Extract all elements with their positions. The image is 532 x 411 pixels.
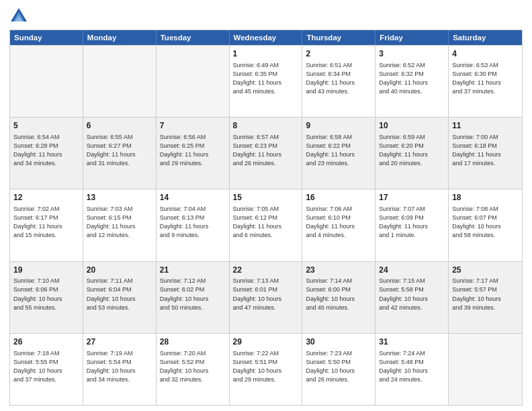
day-info: Sunrise: 7:05 AM Sunset: 6:12 PM Dayligh… xyxy=(233,205,299,240)
calendar-cell: 8Sunrise: 6:57 AM Sunset: 6:23 PM Daylig… xyxy=(230,118,303,189)
day-info: Sunrise: 6:52 AM Sunset: 6:32 PM Dayligh… xyxy=(379,61,445,96)
day-info: Sunrise: 7:12 AM Sunset: 6:02 PM Dayligh… xyxy=(160,277,226,312)
day-number: 29 xyxy=(233,336,299,348)
day-number: 4 xyxy=(452,48,519,60)
day-number: 21 xyxy=(160,265,226,276)
day-number: 11 xyxy=(452,120,519,132)
day-info: Sunrise: 7:13 AM Sunset: 6:01 PM Dayligh… xyxy=(233,277,299,312)
calendar-cell: 16Sunrise: 7:06 AM Sunset: 6:10 PM Dayli… xyxy=(302,189,375,261)
day-number: 18 xyxy=(452,192,519,203)
day-number: 24 xyxy=(379,265,445,276)
day-number: 30 xyxy=(306,336,371,348)
day-number: 5 xyxy=(13,120,79,132)
calendar-cell: 26Sunrise: 7:18 AM Sunset: 5:55 PM Dayli… xyxy=(10,334,83,405)
calendar-cell: 11Sunrise: 7:00 AM Sunset: 6:18 PM Dayli… xyxy=(449,118,522,189)
calendar-cell: 12Sunrise: 7:02 AM Sunset: 6:17 PM Dayli… xyxy=(10,189,83,261)
calendar-cell xyxy=(83,46,157,117)
day-number: 6 xyxy=(87,120,152,132)
calendar-cell: 6Sunrise: 6:55 AM Sunset: 6:27 PM Daylig… xyxy=(83,118,157,189)
day-number: 31 xyxy=(379,336,445,348)
calendar-header-cell: Sunday xyxy=(10,30,83,45)
day-number: 1 xyxy=(233,48,299,60)
calendar-cell: 15Sunrise: 7:05 AM Sunset: 6:12 PM Dayli… xyxy=(230,189,303,261)
day-info: Sunrise: 6:57 AM Sunset: 6:23 PM Dayligh… xyxy=(233,133,299,168)
calendar-cell: 30Sunrise: 7:23 AM Sunset: 5:50 PM Dayli… xyxy=(302,334,375,405)
calendar-cell: 7Sunrise: 6:56 AM Sunset: 6:25 PM Daylig… xyxy=(157,118,230,189)
calendar-cell xyxy=(449,334,522,405)
calendar-week: 1Sunrise: 6:49 AM Sunset: 6:35 PM Daylig… xyxy=(10,45,522,117)
day-number: 28 xyxy=(160,336,226,348)
calendar-cell: 21Sunrise: 7:12 AM Sunset: 6:02 PM Dayli… xyxy=(157,262,230,333)
day-number: 26 xyxy=(13,336,79,348)
day-info: Sunrise: 7:17 AM Sunset: 5:57 PM Dayligh… xyxy=(452,277,519,312)
day-info: Sunrise: 6:55 AM Sunset: 6:27 PM Dayligh… xyxy=(87,133,152,168)
calendar-week: 12Sunrise: 7:02 AM Sunset: 6:17 PM Dayli… xyxy=(10,189,522,261)
calendar-cell: 1Sunrise: 6:49 AM Sunset: 6:35 PM Daylig… xyxy=(230,46,303,117)
page-header xyxy=(9,7,523,26)
calendar-cell: 22Sunrise: 7:13 AM Sunset: 6:01 PM Dayli… xyxy=(230,262,303,333)
calendar-cell: 19Sunrise: 7:10 AM Sunset: 6:06 PM Dayli… xyxy=(10,262,83,333)
day-info: Sunrise: 7:08 AM Sunset: 6:07 PM Dayligh… xyxy=(452,205,519,240)
calendar-header: SundayMondayTuesdayWednesdayThursdayFrid… xyxy=(10,30,522,45)
calendar-header-cell: Saturday xyxy=(449,30,522,45)
day-info: Sunrise: 6:54 AM Sunset: 6:28 PM Dayligh… xyxy=(13,133,79,168)
day-number: 10 xyxy=(379,120,445,132)
calendar-cell: 20Sunrise: 7:11 AM Sunset: 6:04 PM Dayli… xyxy=(83,262,157,333)
calendar-cell: 10Sunrise: 6:59 AM Sunset: 6:20 PM Dayli… xyxy=(375,118,449,189)
calendar-cell: 24Sunrise: 7:15 AM Sunset: 5:58 PM Dayli… xyxy=(375,262,449,333)
day-info: Sunrise: 6:53 AM Sunset: 6:30 PM Dayligh… xyxy=(452,61,519,96)
calendar-cell: 4Sunrise: 6:53 AM Sunset: 6:30 PM Daylig… xyxy=(449,46,522,117)
day-info: Sunrise: 7:10 AM Sunset: 6:06 PM Dayligh… xyxy=(13,277,79,312)
day-info: Sunrise: 6:49 AM Sunset: 6:35 PM Dayligh… xyxy=(233,61,299,96)
day-number: 8 xyxy=(233,120,299,132)
logo xyxy=(9,7,31,26)
calendar-cell: 17Sunrise: 7:07 AM Sunset: 6:09 PM Dayli… xyxy=(375,189,449,261)
calendar-cell: 23Sunrise: 7:14 AM Sunset: 6:00 PM Dayli… xyxy=(302,262,375,333)
calendar-header-cell: Monday xyxy=(83,30,157,45)
day-info: Sunrise: 7:14 AM Sunset: 6:00 PM Dayligh… xyxy=(306,277,371,312)
calendar-cell: 29Sunrise: 7:22 AM Sunset: 5:51 PM Dayli… xyxy=(230,334,303,405)
page-container: SundayMondayTuesdayWednesdayThursdayFrid… xyxy=(0,0,532,411)
calendar-header-cell: Tuesday xyxy=(157,30,230,45)
calendar: SundayMondayTuesdayWednesdayThursdayFrid… xyxy=(9,30,523,406)
day-info: Sunrise: 6:59 AM Sunset: 6:20 PM Dayligh… xyxy=(379,133,445,168)
calendar-header-cell: Thursday xyxy=(302,30,375,45)
logo-icon xyxy=(9,7,28,26)
day-info: Sunrise: 7:11 AM Sunset: 6:04 PM Dayligh… xyxy=(87,277,152,312)
day-info: Sunrise: 7:24 AM Sunset: 5:48 PM Dayligh… xyxy=(379,349,445,384)
calendar-cell xyxy=(157,46,230,117)
calendar-cell: 27Sunrise: 7:19 AM Sunset: 5:54 PM Dayli… xyxy=(83,334,157,405)
calendar-cell: 31Sunrise: 7:24 AM Sunset: 5:48 PM Dayli… xyxy=(375,334,449,405)
day-info: Sunrise: 7:23 AM Sunset: 5:50 PM Dayligh… xyxy=(306,349,371,384)
day-info: Sunrise: 7:03 AM Sunset: 6:15 PM Dayligh… xyxy=(87,205,152,240)
calendar-cell: 2Sunrise: 6:51 AM Sunset: 6:34 PM Daylig… xyxy=(302,46,375,117)
calendar-week: 19Sunrise: 7:10 AM Sunset: 6:06 PM Dayli… xyxy=(10,261,522,333)
calendar-cell: 3Sunrise: 6:52 AM Sunset: 6:32 PM Daylig… xyxy=(375,46,449,117)
day-number: 16 xyxy=(306,192,371,203)
day-number: 14 xyxy=(160,192,226,203)
calendar-header-cell: Friday xyxy=(375,30,449,45)
day-number: 22 xyxy=(233,265,299,276)
day-number: 13 xyxy=(87,192,152,203)
calendar-week: 5Sunrise: 6:54 AM Sunset: 6:28 PM Daylig… xyxy=(10,117,522,189)
day-info: Sunrise: 6:51 AM Sunset: 6:34 PM Dayligh… xyxy=(306,61,371,96)
calendar-week: 26Sunrise: 7:18 AM Sunset: 5:55 PM Dayli… xyxy=(10,333,522,405)
calendar-cell: 25Sunrise: 7:17 AM Sunset: 5:57 PM Dayli… xyxy=(449,262,522,333)
calendar-cell: 18Sunrise: 7:08 AM Sunset: 6:07 PM Dayli… xyxy=(449,189,522,261)
day-info: Sunrise: 7:18 AM Sunset: 5:55 PM Dayligh… xyxy=(13,349,79,384)
day-number: 19 xyxy=(13,265,79,276)
day-number: 3 xyxy=(379,48,445,60)
day-info: Sunrise: 7:06 AM Sunset: 6:10 PM Dayligh… xyxy=(306,205,371,240)
day-number: 9 xyxy=(306,120,371,132)
day-info: Sunrise: 7:04 AM Sunset: 6:13 PM Dayligh… xyxy=(160,205,226,240)
day-number: 23 xyxy=(306,265,371,276)
day-info: Sunrise: 7:19 AM Sunset: 5:54 PM Dayligh… xyxy=(87,349,152,384)
day-info: Sunrise: 6:56 AM Sunset: 6:25 PM Dayligh… xyxy=(160,133,226,168)
calendar-body: 1Sunrise: 6:49 AM Sunset: 6:35 PM Daylig… xyxy=(10,45,522,405)
day-number: 20 xyxy=(87,265,152,276)
calendar-cell: 14Sunrise: 7:04 AM Sunset: 6:13 PM Dayli… xyxy=(157,189,230,261)
calendar-cell xyxy=(10,46,83,117)
day-number: 27 xyxy=(87,336,152,348)
calendar-cell: 5Sunrise: 6:54 AM Sunset: 6:28 PM Daylig… xyxy=(10,118,83,189)
day-number: 15 xyxy=(233,192,299,203)
